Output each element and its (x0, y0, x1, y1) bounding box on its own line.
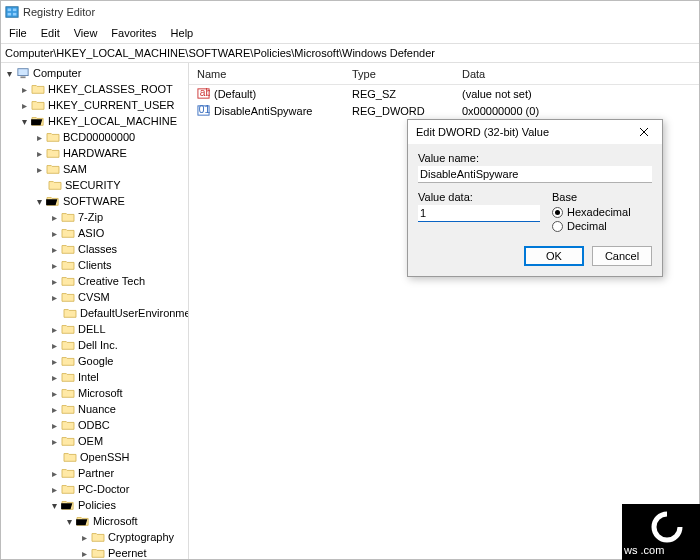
value-row[interactable]: ab(Default)REG_SZ(value not set) (189, 85, 699, 102)
svg-rect-1 (8, 9, 12, 12)
tree-node-hkey-current-user[interactable]: ▸HKEY_CURRENT_USER (1, 97, 188, 113)
tree-node-policies[interactable]: ▾Policies (1, 497, 188, 513)
tree-label: Intel (76, 371, 101, 383)
tree-node-intel[interactable]: ▸Intel (1, 369, 188, 385)
tree-node-hardware[interactable]: ▸HARDWARE (1, 145, 188, 161)
chevron-right-icon[interactable]: ▸ (48, 403, 60, 415)
tree-label: 7-Zip (76, 211, 105, 223)
tree-node-dell[interactable]: ▸DELL (1, 321, 188, 337)
menu-favorites[interactable]: Favorites (105, 25, 162, 41)
tree-node-sam[interactable]: ▸SAM (1, 161, 188, 177)
value-name-label: Value name: (418, 152, 652, 164)
tree-node-peernet[interactable]: ▸Peernet (1, 545, 188, 559)
tree-node-pc-doctor[interactable]: ▸PC-Doctor (1, 481, 188, 497)
titlebar: Registry Editor (1, 1, 699, 23)
value-data-input[interactable] (418, 205, 540, 222)
chevron-down-icon[interactable]: ▾ (18, 115, 30, 127)
menu-view[interactable]: View (68, 25, 104, 41)
chevron-right-icon[interactable]: ▸ (33, 147, 45, 159)
ok-button[interactable]: OK (524, 246, 584, 266)
dialog-title: Edit DWORD (32-bit) Value (416, 126, 630, 138)
value-data-label: Value data: (418, 191, 540, 203)
tree-node-odbc[interactable]: ▸ODBC (1, 417, 188, 433)
tree-label: HKEY_LOCAL_MACHINE (46, 115, 179, 127)
chevron-right-icon[interactable]: ▸ (48, 291, 60, 303)
chevron-right-icon[interactable]: ▸ (48, 371, 60, 383)
header-data[interactable]: Data (454, 68, 699, 80)
radio-icon (552, 221, 563, 232)
chevron-right-icon[interactable]: ▸ (48, 243, 60, 255)
chevron-right-icon[interactable]: ▸ (48, 435, 60, 447)
chevron-right-icon[interactable]: ▸ (33, 163, 45, 175)
header-name[interactable]: Name (189, 68, 344, 80)
tree-label: OpenSSH (78, 451, 132, 463)
tree-node-security[interactable]: SECURITY (1, 177, 188, 193)
tree-node-asio[interactable]: ▸ASIO (1, 225, 188, 241)
chevron-right-icon[interactable]: ▸ (48, 339, 60, 351)
svg-rect-0 (6, 7, 18, 18)
tree-node-microsoft[interactable]: ▾Microsoft (1, 513, 188, 529)
chevron-right-icon[interactable]: ▸ (48, 467, 60, 479)
tree-label: Partner (76, 467, 116, 479)
header-type[interactable]: Type (344, 68, 454, 80)
tree-node-defaultuserenvironment[interactable]: DefaultUserEnvironment (1, 305, 188, 321)
chevron-right-icon[interactable]: ▸ (48, 211, 60, 223)
svg-rect-5 (18, 69, 28, 76)
dialog-titlebar[interactable]: Edit DWORD (32-bit) Value (408, 120, 662, 144)
chevron-right-icon[interactable]: ▸ (48, 323, 60, 335)
chevron-down-icon[interactable]: ▾ (33, 195, 45, 207)
chevron-right-icon[interactable]: ▸ (18, 83, 30, 95)
tree-node-cvsm[interactable]: ▸CVSM (1, 289, 188, 305)
chevron-right-icon[interactable]: ▸ (48, 227, 60, 239)
menu-edit[interactable]: Edit (35, 25, 66, 41)
chevron-right-icon[interactable]: ▸ (48, 275, 60, 287)
cancel-button[interactable]: Cancel (592, 246, 652, 266)
chevron-right-icon[interactable]: ▸ (18, 99, 30, 111)
tree-node-dell-inc-[interactable]: ▸Dell Inc. (1, 337, 188, 353)
tree-node-google[interactable]: ▸Google (1, 353, 188, 369)
tree-pane[interactable]: ▾Computer▸HKEY_CLASSES_ROOT▸HKEY_CURRENT… (1, 63, 189, 559)
chevron-right-icon[interactable]: ▸ (48, 355, 60, 367)
chevron-down-icon[interactable]: ▾ (63, 515, 75, 527)
tree-node-microsoft[interactable]: ▸Microsoft (1, 385, 188, 401)
chevron-right-icon[interactable]: ▸ (48, 483, 60, 495)
tree-label: Classes (76, 243, 119, 255)
radio-hex[interactable]: Hexadecimal (552, 206, 652, 218)
tree-node-7-zip[interactable]: ▸7-Zip (1, 209, 188, 225)
tree-label: SOFTWARE (61, 195, 127, 207)
tree-label: HARDWARE (61, 147, 129, 159)
tree-label: HKEY_CLASSES_ROOT (46, 83, 175, 95)
menu-file[interactable]: File (3, 25, 33, 41)
address-bar[interactable]: Computer\HKEY_LOCAL_MACHINE\SOFTWARE\Pol… (1, 43, 699, 63)
tree-node-hkey-classes-root[interactable]: ▸HKEY_CLASSES_ROOT (1, 81, 188, 97)
tree-root[interactable]: ▾Computer (1, 65, 188, 81)
chevron-right-icon[interactable]: ▸ (48, 387, 60, 399)
chevron-down-icon[interactable]: ▾ (48, 499, 60, 511)
chevron-right-icon[interactable]: ▸ (78, 531, 90, 543)
tree-node-hkey-local-machine[interactable]: ▾HKEY_LOCAL_MACHINE (1, 113, 188, 129)
radio-dec[interactable]: Decimal (552, 220, 652, 232)
close-icon[interactable] (630, 122, 658, 142)
chevron-right-icon[interactable]: ▸ (48, 419, 60, 431)
registry-editor-window: Registry Editor File Edit View Favorites… (0, 0, 700, 560)
value-row[interactable]: 011DisableAntiSpywareREG_DWORD0x00000000… (189, 102, 699, 119)
tree-node-software[interactable]: ▾SOFTWARE (1, 193, 188, 209)
svg-rect-2 (8, 13, 12, 16)
tree-node-creative-tech[interactable]: ▸Creative Tech (1, 273, 188, 289)
value-data: 0x00000000 (0) (454, 105, 699, 117)
menu-help[interactable]: Help (165, 25, 200, 41)
tree-node-openssh[interactable]: OpenSSH (1, 449, 188, 465)
tree-label: CVSM (76, 291, 112, 303)
tree-node-nuance[interactable]: ▸Nuance (1, 401, 188, 417)
chevron-right-icon[interactable]: ▸ (48, 259, 60, 271)
tree-node-classes[interactable]: ▸Classes (1, 241, 188, 257)
chevron-right-icon[interactable]: ▸ (33, 131, 45, 143)
tree-node-cryptography[interactable]: ▸Cryptography (1, 529, 188, 545)
tree-node-oem[interactable]: ▸OEM (1, 433, 188, 449)
tree-node-clients[interactable]: ▸Clients (1, 257, 188, 273)
chevron-down-icon[interactable]: ▾ (3, 67, 15, 79)
value-name: DisableAntiSpyware (214, 105, 312, 117)
tree-node-bcd00000000[interactable]: ▸BCD00000000 (1, 129, 188, 145)
chevron-right-icon[interactable]: ▸ (78, 547, 90, 559)
tree-node-partner[interactable]: ▸Partner (1, 465, 188, 481)
